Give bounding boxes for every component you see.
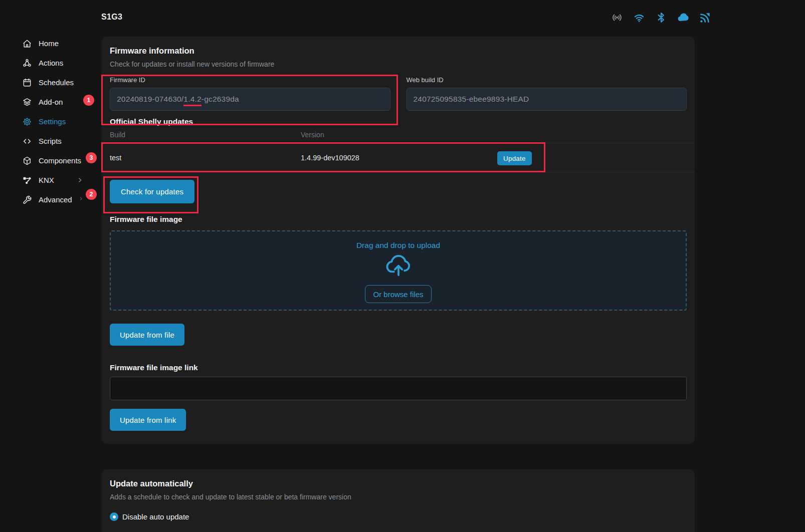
update-from-link-button[interactable]: Update from link bbox=[110, 409, 186, 431]
layers-icon bbox=[22, 97, 32, 107]
access-point-icon bbox=[611, 11, 624, 24]
network-icon bbox=[22, 175, 32, 185]
cloud-upload-icon bbox=[384, 253, 413, 276]
home-icon bbox=[22, 39, 32, 49]
firmware-information-card: Firmware information Check for updates o… bbox=[102, 37, 695, 444]
annotation-marker-2: 2 bbox=[86, 189, 97, 200]
firmware-id-field-group: Firmware ID 20240819-074630/1.4.2-gc2639… bbox=[110, 76, 390, 111]
device-title: S1G3 bbox=[101, 13, 122, 22]
calendar-icon bbox=[22, 78, 32, 88]
sidebar-item-knx[interactable]: KNX bbox=[22, 170, 83, 190]
sidebar-item-schedules[interactable]: Schedules bbox=[22, 73, 83, 92]
wifi-icon bbox=[633, 11, 646, 24]
firmware-version-highlight: 1.4.2 bbox=[183, 95, 201, 106]
sidebar-item-components[interactable]: Components bbox=[22, 151, 83, 170]
radio-selected-icon[interactable] bbox=[110, 512, 118, 521]
card-title: Firmware information bbox=[110, 46, 687, 56]
card-subtitle: Check for updates or install new version… bbox=[110, 60, 687, 69]
sidebar-item-label: Home bbox=[39, 39, 59, 48]
cloud-icon bbox=[677, 11, 690, 24]
sidebar-item-scripts[interactable]: Scripts bbox=[22, 131, 83, 151]
annotation-marker-3: 3 bbox=[86, 152, 97, 163]
update-from-file-button[interactable]: Update from file bbox=[110, 324, 184, 346]
updates-table-header: Build Version bbox=[102, 128, 695, 143]
dropzone-text: Drag and drop to upload bbox=[356, 240, 440, 250]
firmware-id-label: Firmware ID bbox=[110, 76, 390, 84]
firmware-id-fields: Firmware ID 20240819-074630/1.4.2-gc2639… bbox=[110, 76, 687, 111]
web-build-id-field-group: Web build ID 240725095835-ebee9893-HEAD bbox=[407, 76, 687, 111]
sidebar-item-label: Scripts bbox=[39, 137, 62, 145]
firmware-id-suffix: -gc2639da bbox=[202, 95, 239, 103]
official-updates-heading: Official Shelly updates bbox=[110, 117, 687, 127]
column-version: Version bbox=[301, 131, 687, 139]
sidebar-item-label: Advanced bbox=[39, 195, 72, 204]
mesh-signal-icon bbox=[699, 11, 712, 24]
bluetooth-icon bbox=[655, 11, 668, 24]
sidebar-item-label: Actions bbox=[39, 59, 63, 67]
row-build-value: test bbox=[110, 154, 301, 162]
annotation-marker-1: 1 bbox=[83, 95, 94, 106]
sidebar-item-label: KNX bbox=[39, 176, 54, 184]
update-automatically-card: Update automatically Adds a schedule to … bbox=[102, 469, 695, 532]
sidebar-item-label: Add-on bbox=[39, 98, 63, 106]
firmware-id-input[interactable]: 20240819-074630/1.4.2-gc2639da bbox=[110, 88, 390, 111]
sidebar-item-advanced[interactable]: Advanced bbox=[22, 190, 83, 209]
sidebar-item-label: Settings bbox=[39, 117, 66, 126]
wrench-icon bbox=[22, 195, 32, 205]
sidebar-item-actions[interactable]: Actions bbox=[22, 53, 83, 73]
sidebar-item-add-on[interactable]: Add-on bbox=[22, 92, 83, 112]
gear-icon bbox=[22, 117, 32, 127]
chevron-right-icon bbox=[79, 196, 83, 203]
firmware-id-prefix: 20240819-074630/ bbox=[117, 95, 183, 103]
code-icon bbox=[22, 136, 32, 146]
sidebar-item-settings[interactable]: Settings bbox=[22, 112, 83, 131]
statusbar bbox=[611, 11, 712, 24]
row-version-value: 1.4.99-dev109028 bbox=[301, 154, 687, 162]
firmware-file-image-heading: Firmware file image bbox=[110, 214, 687, 224]
web-build-id-label: Web build ID bbox=[407, 76, 687, 84]
column-build: Build bbox=[110, 131, 301, 139]
web-build-id-input[interactable]: 240725095835-ebee9893-HEAD bbox=[407, 88, 687, 111]
update-row-button[interactable]: Update bbox=[497, 151, 532, 165]
browse-files-button[interactable]: Or browse files bbox=[365, 285, 431, 303]
check-for-updates-button[interactable]: Check for updates bbox=[110, 180, 194, 203]
firmware-link-input[interactable] bbox=[110, 377, 687, 400]
sidebar-item-label: Schedules bbox=[39, 78, 74, 87]
cube-icon bbox=[22, 156, 32, 166]
disable-auto-update-option[interactable]: Disable auto update bbox=[110, 512, 687, 521]
sidebar-item-label: Components bbox=[39, 156, 81, 165]
card-subtitle: Adds a schedule to check and update to l… bbox=[110, 492, 687, 501]
card-title: Update automatically bbox=[110, 478, 687, 488]
sidebar-item-home[interactable]: Home bbox=[22, 34, 83, 53]
firmware-file-dropzone[interactable]: Drag and drop to upload Or browse files bbox=[110, 230, 687, 311]
sidebar: Home Actions Schedules Add-on bbox=[22, 34, 83, 209]
chevron-right-icon bbox=[77, 177, 83, 183]
actions-icon bbox=[22, 58, 32, 68]
table-row: test 1.4.99-dev109028 Update bbox=[102, 143, 695, 172]
radio-label: Disable auto update bbox=[122, 512, 189, 521]
web-build-id-value: 240725095835-ebee9893-HEAD bbox=[414, 95, 529, 104]
firmware-file-link-heading: Firmware file image link bbox=[110, 363, 687, 373]
